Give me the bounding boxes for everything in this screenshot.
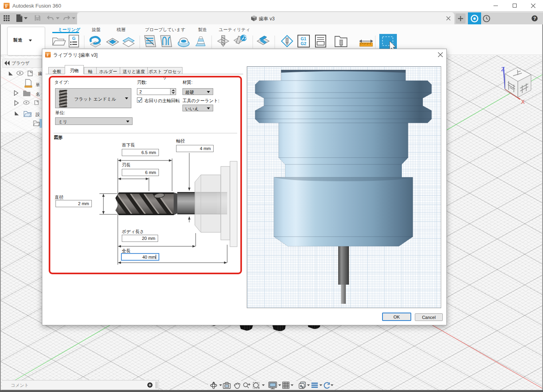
svg-text:F: F (5, 3, 8, 9)
svg-text:F: F (47, 52, 50, 57)
svg-text:単: 単 (36, 82, 40, 87)
svg-text:名: 名 (36, 92, 40, 97)
svg-text:歯: 歯 (38, 71, 42, 76)
svg-text:G2: G2 (301, 41, 306, 46)
svg-text:G1: G1 (301, 36, 306, 41)
svg-text:X: X (521, 99, 525, 105)
svg-text:設: 設 (36, 112, 40, 117)
svg-text:G: G (72, 36, 76, 41)
svg-text:?: ? (533, 16, 536, 21)
